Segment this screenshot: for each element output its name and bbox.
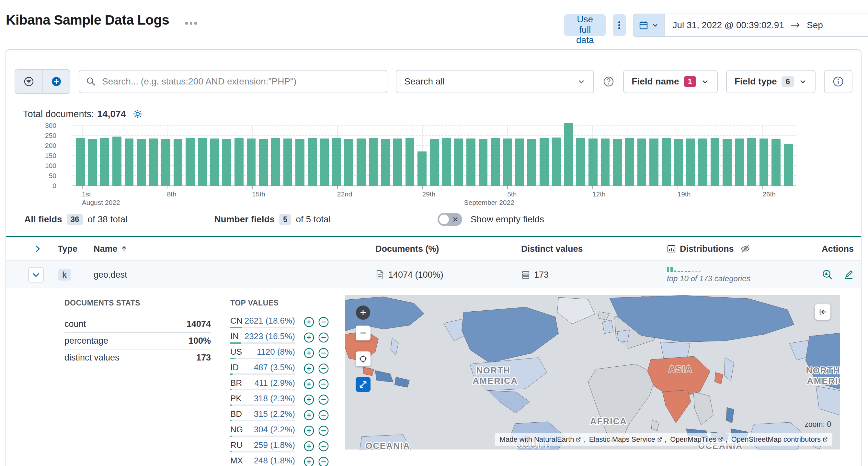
histogram-bar[interactable] (76, 138, 85, 186)
histogram-bar[interactable] (271, 138, 280, 186)
histogram-bar[interactable] (601, 138, 610, 186)
histogram-bar[interactable] (454, 138, 463, 186)
histogram-bar[interactable] (442, 138, 451, 186)
geo-map[interactable]: NORTH AMERICA NORTH AMERICA AFRICA SOUTH… (345, 295, 840, 450)
date-range-end[interactable]: Sep (807, 20, 823, 30)
world-map[interactable]: NORTH AMERICA NORTH AMERICA AFRICA SOUTH… (345, 295, 840, 450)
field-name-filter-button[interactable]: Field name 1 (623, 70, 718, 93)
histogram-bar[interactable] (527, 139, 536, 186)
filter-out-button[interactable] (318, 394, 330, 405)
field-types-info-button[interactable] (824, 70, 852, 93)
histogram-bar[interactable] (137, 139, 146, 186)
histogram-bar[interactable] (491, 138, 500, 186)
histogram-bar[interactable] (198, 138, 207, 186)
field-filters-button[interactable] (15, 70, 42, 93)
use-full-data-button[interactable]: Use full data (564, 14, 606, 36)
more-options-button[interactable] (613, 14, 626, 36)
filter-for-button[interactable] (304, 456, 315, 466)
histogram-bar[interactable] (222, 139, 231, 186)
histogram-bar[interactable] (283, 138, 292, 186)
col-header-type[interactable]: Type (51, 244, 90, 254)
map-attribution-link[interactable]: Made with NaturalEarth (500, 435, 574, 444)
histogram-bar[interactable] (149, 138, 158, 186)
date-range-start[interactable]: Jul 31, 2022 @ 00:39:02.91 (672, 20, 784, 30)
histogram-bar[interactable] (320, 138, 329, 186)
map-attribution-link[interactable]: OpenStreetMap contributors (731, 435, 821, 444)
filter-out-button[interactable] (318, 409, 330, 421)
histogram-bar[interactable] (332, 138, 341, 186)
histogram-bar[interactable] (735, 138, 744, 186)
chart-settings-button[interactable] (132, 109, 143, 119)
filter-for-button[interactable] (304, 394, 315, 405)
histogram-bar[interactable] (564, 123, 573, 186)
map-expand-button[interactable] (355, 377, 371, 392)
map-fit-to-data-button[interactable] (355, 352, 371, 366)
histogram-bar[interactable] (503, 138, 512, 186)
title-options-icon[interactable] (185, 22, 197, 25)
map-attribution-link[interactable]: Elastic Maps Service (589, 435, 655, 444)
histogram-bar[interactable] (88, 139, 97, 186)
calendar-button[interactable] (633, 14, 664, 36)
histogram-bar[interactable] (235, 138, 244, 186)
histogram-bar[interactable] (113, 137, 121, 186)
edit-field-button[interactable] (843, 269, 854, 280)
expand-all-button[interactable] (33, 244, 42, 254)
histogram-bar[interactable] (430, 139, 439, 186)
histogram-bar[interactable] (552, 137, 561, 186)
histogram-bar[interactable] (784, 144, 793, 186)
show-empty-fields-toggle[interactable] (438, 213, 462, 226)
histogram-bar[interactable] (698, 138, 707, 186)
histogram-bar[interactable] (515, 138, 524, 186)
filter-for-button[interactable] (304, 363, 315, 374)
histogram-bar[interactable] (479, 139, 488, 186)
map-zoom-out-button[interactable] (355, 326, 371, 340)
search-all-select[interactable]: Search all (396, 70, 594, 93)
histogram-bar[interactable] (296, 139, 305, 186)
histogram-bar[interactable] (772, 139, 780, 186)
filter-for-button[interactable] (304, 332, 315, 343)
filter-for-button[interactable] (304, 347, 315, 359)
histogram-bar[interactable] (674, 139, 683, 186)
histogram-bar[interactable] (576, 138, 585, 186)
map-zoom-in-button[interactable] (356, 305, 370, 320)
histogram-bar[interactable] (100, 138, 109, 186)
filter-out-button[interactable] (318, 363, 330, 374)
histogram-bar[interactable] (259, 139, 268, 186)
col-header-name[interactable]: Name (90, 244, 371, 254)
histogram-bar[interactable] (210, 138, 219, 186)
add-filter-button[interactable] (42, 70, 70, 93)
field-row-geo-dest[interactable]: k geo.dest 14074 (100%) 173 top 10 of 17… (6, 261, 861, 288)
histogram-bar[interactable] (722, 139, 732, 186)
histogram-bar[interactable] (625, 138, 634, 186)
filter-for-button[interactable] (304, 316, 315, 328)
filter-out-button[interactable] (318, 378, 330, 390)
histogram-bar[interactable] (662, 138, 671, 186)
histogram-bar[interactable] (466, 138, 475, 186)
search-input[interactable] (101, 76, 380, 87)
filter-out-button[interactable] (318, 332, 330, 343)
col-header-distributions[interactable]: Distributions (660, 244, 822, 254)
histogram-bar[interactable] (638, 138, 647, 186)
filter-for-button[interactable] (304, 425, 315, 437)
field-type-filter-button[interactable]: Field type 6 (726, 70, 815, 93)
map-legend-toggle-button[interactable] (815, 304, 831, 320)
histogram-bar[interactable] (393, 138, 402, 186)
filter-out-button[interactable] (318, 347, 330, 359)
filter-out-button[interactable] (318, 440, 330, 452)
histogram-bar[interactable] (161, 139, 170, 186)
filter-out-button[interactable] (318, 425, 330, 437)
map-attribution-link[interactable]: OpenMapTiles (670, 435, 716, 444)
filter-for-button[interactable] (304, 440, 315, 452)
histogram-bar[interactable] (747, 138, 756, 186)
histogram-bar[interactable] (539, 138, 549, 186)
histogram-bar[interactable] (588, 138, 597, 186)
filter-out-button[interactable] (318, 316, 330, 328)
histogram-bar[interactable] (711, 138, 720, 186)
col-header-documents[interactable]: Documents (%) (371, 244, 517, 254)
histogram-bar[interactable] (174, 139, 183, 186)
histogram-bar[interactable] (649, 138, 658, 186)
histogram-bar[interactable] (417, 152, 427, 186)
histogram-bar[interactable] (686, 138, 695, 186)
histogram-bar[interactable] (344, 139, 353, 186)
col-header-distinct-values[interactable]: Distinct values (517, 244, 660, 254)
